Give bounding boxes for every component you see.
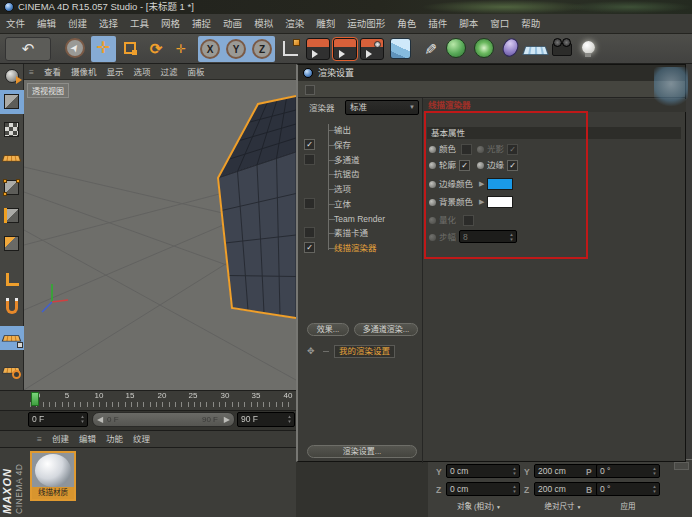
vp-menu-filter[interactable]: 过滤 <box>156 64 183 80</box>
mat-menu-texture[interactable]: 纹理 <box>128 431 155 447</box>
list-item-cel-renderer[interactable]: 线描渲染器 <box>334 242 377 254</box>
menu-script[interactable]: 脚本 <box>453 14 484 34</box>
spinner-icon[interactable]: ▲▼ <box>286 414 293 424</box>
expand-icon[interactable]: ✥ <box>307 345 315 357</box>
illumination-checkbox[interactable]: ✓ <box>507 144 518 155</box>
model-mode-button[interactable] <box>3 93 21 111</box>
rot-b-field[interactable]: 0 °▲▼ <box>596 482 660 496</box>
menu-snap[interactable]: 捕捉 <box>186 14 217 34</box>
burger-icon[interactable]: ≡ <box>24 64 39 80</box>
axis-x-button[interactable]: X <box>200 39 220 59</box>
menu-edit[interactable]: 编辑 <box>31 14 62 34</box>
cel-renderer-checkbox[interactable]: ✓ <box>304 242 315 253</box>
edges-checkbox[interactable]: ✓ <box>507 160 518 171</box>
points-mode-button[interactable] <box>3 179 21 197</box>
timeline-playhead[interactable] <box>31 392 39 406</box>
scroll-right-icon[interactable]: ▶ <box>224 413 230 426</box>
list-item-antialiasing[interactable]: 抗锯齿 <box>334 168 360 180</box>
effects-button[interactable]: 效果... <box>307 323 349 336</box>
menu-plugins[interactable]: 插件 <box>422 14 453 34</box>
list-item-stereoscopic[interactable]: 立体 <box>334 198 351 210</box>
make-editable-button[interactable] <box>3 67 21 85</box>
preset-item[interactable]: 我的渲染设置 <box>334 345 395 358</box>
cube-object[interactable] <box>218 96 296 318</box>
move-tool-button[interactable]: ✛ <box>91 36 116 62</box>
list-item-multipass[interactable]: 多通道 <box>334 154 360 166</box>
list-item-options[interactable]: 选项 <box>334 183 351 195</box>
menu-tools[interactable]: 工具 <box>124 14 155 34</box>
menu-mograph[interactable]: 运动图形 <box>341 14 391 34</box>
multipass-render-button[interactable]: 多通道渲染... <box>354 323 418 336</box>
menu-select[interactable]: 选择 <box>93 14 124 34</box>
snap-button[interactable] <box>3 299 21 317</box>
menu-create[interactable]: 创建 <box>62 14 93 34</box>
background-color-swatch[interactable] <box>487 196 513 208</box>
list-item-output[interactable]: 输出 <box>334 124 351 136</box>
basic-properties-section[interactable]: 基本属性 <box>427 127 681 139</box>
expand-arrow-icon[interactable]: ▶ <box>479 178 484 190</box>
menu-render[interactable]: 渲染 <box>279 14 310 34</box>
menu-simulate[interactable]: 模拟 <box>248 14 279 34</box>
list-item-team-render[interactable]: Team Render <box>334 213 385 225</box>
end-frame-field[interactable]: 90 F▲▼ <box>237 412 295 427</box>
render-settings-button[interactable] <box>360 38 384 60</box>
viewport-canvas[interactable] <box>24 80 296 390</box>
menu-help[interactable]: 帮助 <box>515 14 546 34</box>
add-spline-button[interactable]: ✎ <box>418 37 442 61</box>
quantize-checkbox[interactable] <box>463 215 474 226</box>
workplane-mode-button[interactable] <box>3 149 21 167</box>
list-item-save[interactable]: 保存 <box>334 139 351 151</box>
render-settings-bottom-button[interactable]: 渲染设置... <box>307 445 417 458</box>
vp-menu-view[interactable]: 查看 <box>39 64 66 80</box>
outline-checkbox[interactable]: ✓ <box>459 160 470 171</box>
mat-menu-edit[interactable]: 编辑 <box>74 431 101 447</box>
coord-z-pos-field[interactable]: 0 cm▲▼ <box>446 482 520 496</box>
menu-file[interactable]: 文件 <box>0 14 31 34</box>
add-modifier-button[interactable] <box>503 38 518 57</box>
texture-mode-button[interactable] <box>3 121 21 139</box>
dialog-toolbar-icon[interactable] <box>305 85 315 95</box>
workplane-lock-button[interactable] <box>3 329 21 347</box>
stereo-checkbox[interactable] <box>304 198 315 209</box>
add-environment-button[interactable] <box>524 37 547 57</box>
edges-mode-button[interactable] <box>3 207 21 225</box>
undo-button[interactable]: ↶ <box>5 37 51 61</box>
vp-menu-display[interactable]: 显示 <box>102 64 129 80</box>
rot-p-field[interactable]: 0 °▲▼ <box>596 464 660 478</box>
coordinate-system-button[interactable] <box>278 37 302 61</box>
save-checkbox[interactable]: ✓ <box>304 139 315 150</box>
coord-mode-dropdown[interactable]: 对象 (相对) ▼ <box>446 501 512 514</box>
color-checkbox[interactable] <box>461 144 472 155</box>
add-generator-button[interactable] <box>446 38 466 58</box>
mat-menu-create[interactable]: 创建 <box>47 431 74 447</box>
vp-menu-cameras[interactable]: 摄像机 <box>66 64 102 80</box>
live-selection-button[interactable]: ➤ <box>64 37 88 61</box>
add-camera-button[interactable] <box>552 37 572 56</box>
size-mode-dropdown[interactable]: 绝对尺寸 ▼ <box>534 501 592 514</box>
edge-color-swatch[interactable] <box>487 178 513 190</box>
menu-window[interactable]: 窗口 <box>484 14 515 34</box>
menu-character[interactable]: 角色 <box>391 14 422 34</box>
polygons-mode-button[interactable] <box>3 235 21 253</box>
burger-icon[interactable]: ≡ <box>32 431 47 447</box>
last-tool-button[interactable]: ✛ <box>170 37 192 61</box>
menu-animate[interactable]: 动画 <box>217 14 248 34</box>
panel-corner-widget[interactable] <box>674 462 689 470</box>
current-frame-field[interactable]: 0 F▲▼ <box>28 412 88 427</box>
timeline-scrollbar[interactable]: ◀0 F90 F▶ <box>92 412 235 427</box>
add-cube-button[interactable] <box>390 38 411 59</box>
material-thumbnail[interactable]: 线描材质 <box>30 451 76 501</box>
multipass-checkbox[interactable] <box>304 154 315 165</box>
list-item-sketch-toon[interactable]: 素描卡通 <box>334 227 368 239</box>
axis-z-button[interactable]: Z <box>252 39 272 59</box>
scroll-left-icon[interactable]: ◀ <box>97 413 103 426</box>
vp-menu-options[interactable]: 选项 <box>129 64 156 80</box>
steps-field[interactable]: 8▲▼ <box>459 230 517 243</box>
rotate-tool-button[interactable]: ⟳ <box>144 37 168 61</box>
axis-y-button[interactable]: Y <box>226 39 246 59</box>
mat-menu-function[interactable]: 功能 <box>101 431 128 447</box>
render-picture-viewer-button[interactable] <box>333 38 357 60</box>
material-name[interactable]: 线描材质 <box>32 487 74 499</box>
render-view-button[interactable] <box>306 38 330 60</box>
scale-tool-button[interactable] <box>118 37 142 61</box>
